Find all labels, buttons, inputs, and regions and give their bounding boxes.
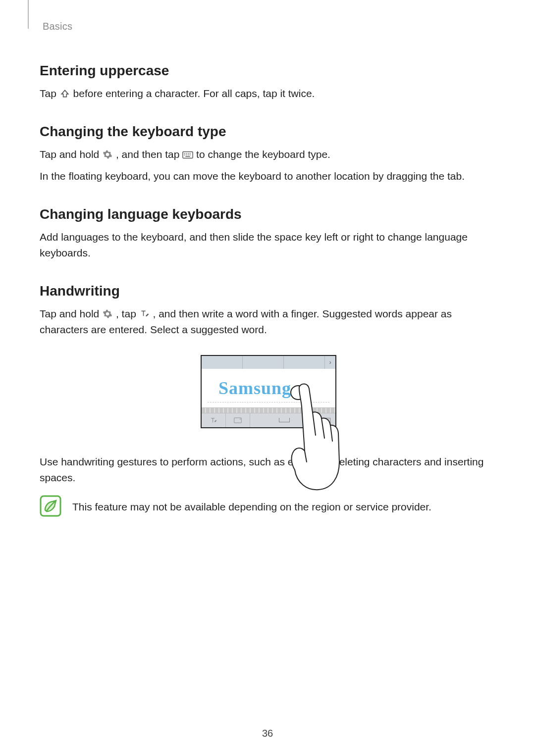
para-uppercase: Tap before entering a character. For all… [40, 86, 495, 102]
note-icon [40, 495, 61, 517]
gear-icon [102, 149, 113, 160]
text-fragment: before entering a character. For all cap… [73, 88, 315, 99]
note-callout: This feature may not be available depend… [40, 495, 495, 517]
note-text: This feature may not be available depend… [72, 495, 431, 515]
keyboard-ruler [202, 407, 335, 413]
handwriting-illustration: › Samsung [201, 355, 334, 428]
keyboard-icon [182, 150, 193, 160]
heading-handwriting: Handwriting [40, 283, 495, 299]
handwriting-area: Samsung [202, 369, 335, 407]
keyboard-backspace-key [319, 413, 335, 427]
shift-icon [59, 88, 70, 99]
keyboard-key [226, 413, 250, 427]
para-lang: Add languages to the keyboard, and then … [40, 229, 495, 261]
para-handwriting-1: Tap and hold , tap , and then write a wo… [40, 306, 495, 338]
text-fragment: to change the keyboard type. [196, 149, 330, 160]
heading-keyboard-type: Changing the keyboard type [40, 124, 495, 140]
text-fragment: Tap and hold [40, 308, 102, 319]
keyboard-suggestion-bar: › [202, 356, 335, 369]
keyboard-panel: › Samsung [201, 355, 336, 428]
para-kbtype-2: In the floating keyboard, you can move t… [40, 168, 495, 185]
manual-page: Basics Entering uppercase Tap before ent… [0, 0, 535, 756]
heading-language-keyboards: Changing language keyboards [40, 206, 495, 222]
para-handwriting-2: Use handwriting gestures to perform acti… [40, 454, 495, 486]
text-fragment: Tap [40, 88, 59, 99]
page-number: 36 [0, 728, 535, 739]
para-kbtype-1: Tap and hold , and then tap to change th… [40, 147, 495, 163]
text-fragment: Tap and hold [40, 149, 102, 160]
gear-icon [102, 308, 113, 319]
t-pen-icon [139, 308, 150, 319]
handwriting-sample: Samsung [218, 378, 291, 399]
header-rule [28, 0, 29, 29]
keyboard-key [202, 413, 226, 427]
keyboard-space-key [250, 413, 319, 427]
keyboard-bottom-row [202, 413, 335, 427]
text-fragment: , and then tap [116, 149, 182, 160]
heading-entering-uppercase: Entering uppercase [40, 63, 495, 79]
text-fragment: , tap [116, 308, 139, 319]
breadcrumb: Basics [43, 21, 495, 32]
